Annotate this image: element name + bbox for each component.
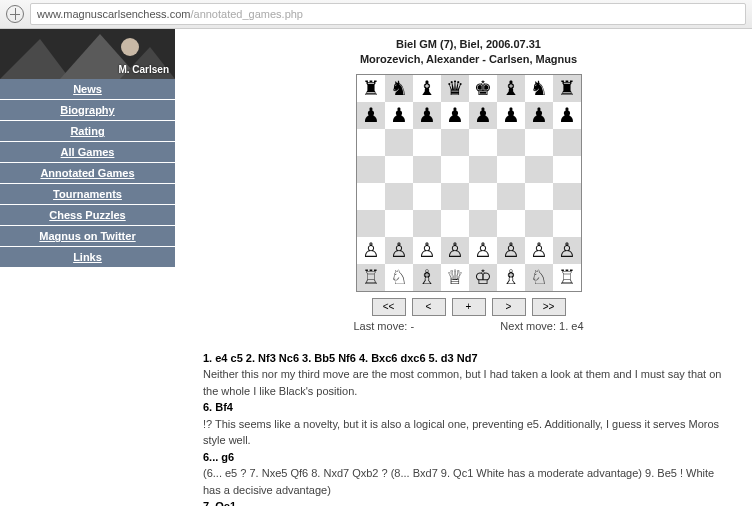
square-c5[interactable] [413, 156, 441, 183]
square-g4[interactable] [525, 183, 553, 210]
game-players: Morozevich, Alexander - Carlsen, Magnus [203, 52, 734, 67]
square-b1[interactable]: ♘ [385, 264, 413, 292]
square-e4[interactable] [469, 183, 497, 210]
square-d7[interactable]: ♟ [441, 102, 469, 129]
square-c3[interactable] [413, 210, 441, 237]
square-g5[interactable] [525, 156, 553, 183]
square-d6[interactable] [441, 129, 469, 156]
square-a5[interactable] [356, 156, 385, 183]
square-a4[interactable] [356, 183, 385, 210]
square-h3[interactable] [553, 210, 582, 237]
square-b4[interactable] [385, 183, 413, 210]
move-seq-1[interactable]: 1. e4 c5 2. Nf3 Nc6 3. Bb5 Nf6 4. Bxc6 d… [203, 352, 478, 364]
nav-item-links[interactable]: Links [0, 247, 175, 268]
square-e3[interactable] [469, 210, 497, 237]
square-c4[interactable] [413, 183, 441, 210]
square-f1[interactable]: ♗ [497, 264, 525, 292]
square-g7[interactable]: ♟ [525, 102, 553, 129]
square-f5[interactable] [497, 156, 525, 183]
square-h8[interactable]: ♜ [553, 74, 582, 102]
square-f3[interactable] [497, 210, 525, 237]
url-field[interactable]: www.magnuscarlsenchess.com/annotated_gam… [30, 3, 746, 25]
square-e2[interactable]: ♙ [469, 237, 497, 264]
square-h4[interactable] [553, 183, 582, 210]
move-seq-2[interactable]: 6. Bf4 [203, 401, 233, 413]
square-g1[interactable]: ♘ [525, 264, 553, 292]
square-c2[interactable]: ♙ [413, 237, 441, 264]
square-b5[interactable] [385, 156, 413, 183]
prev-move-button[interactable]: < [412, 298, 446, 316]
square-a6[interactable] [356, 129, 385, 156]
flip-board-button[interactable]: + [452, 298, 486, 316]
nav-item-tournaments[interactable]: Tournaments [0, 184, 175, 205]
square-b3[interactable] [385, 210, 413, 237]
chess-board: ♜♞♝♛♚♝♞♜♟♟♟♟♟♟♟♟♙♙♙♙♙♙♙♙♖♘♗♕♔♗♘♖ [356, 74, 582, 292]
piece: ♝ [418, 77, 436, 99]
square-b2[interactable]: ♙ [385, 237, 413, 264]
square-d3[interactable] [441, 210, 469, 237]
square-c7[interactable]: ♟ [413, 102, 441, 129]
square-e7[interactable]: ♟ [469, 102, 497, 129]
square-d2[interactable]: ♙ [441, 237, 469, 264]
square-g8[interactable]: ♞ [525, 74, 553, 102]
square-g6[interactable] [525, 129, 553, 156]
piece: ♙ [558, 239, 576, 261]
piece: ♙ [362, 239, 380, 261]
next-move-button[interactable]: > [492, 298, 526, 316]
square-h6[interactable] [553, 129, 582, 156]
square-a1[interactable]: ♖ [356, 264, 385, 292]
square-f6[interactable] [497, 129, 525, 156]
move-seq-3[interactable]: 6... g6 [203, 451, 234, 463]
last-move-button[interactable]: >> [532, 298, 566, 316]
square-e6[interactable] [469, 129, 497, 156]
piece: ♘ [530, 266, 548, 288]
square-d4[interactable] [441, 183, 469, 210]
square-e1[interactable]: ♔ [469, 264, 497, 292]
square-c8[interactable]: ♝ [413, 74, 441, 102]
nav-item-biography[interactable]: Biography [0, 100, 175, 121]
square-d5[interactable] [441, 156, 469, 183]
piece: ♙ [474, 239, 492, 261]
square-d8[interactable]: ♛ [441, 74, 469, 102]
square-b8[interactable]: ♞ [385, 74, 413, 102]
piece: ♟ [530, 104, 548, 126]
nav-item-annotated-games[interactable]: Annotated Games [0, 163, 175, 184]
game-header: Biel GM (7), Biel, 2006.07.31 Morozevich… [203, 37, 734, 68]
square-h5[interactable] [553, 156, 582, 183]
square-h7[interactable]: ♟ [553, 102, 582, 129]
square-d1[interactable]: ♕ [441, 264, 469, 292]
nav-item-news[interactable]: News [0, 79, 175, 100]
sidebar: M. Carlsen NewsBiographyRatingAll GamesA… [0, 29, 175, 268]
square-e8[interactable]: ♚ [469, 74, 497, 102]
nav-item-magnus-on-twitter[interactable]: Magnus on Twitter [0, 226, 175, 247]
square-a7[interactable]: ♟ [356, 102, 385, 129]
move-seq-4[interactable]: 7. Qc1 [203, 500, 236, 506]
square-h2[interactable]: ♙ [553, 237, 582, 264]
square-b7[interactable]: ♟ [385, 102, 413, 129]
piece: ♙ [530, 239, 548, 261]
square-c1[interactable]: ♗ [413, 264, 441, 292]
square-e5[interactable] [469, 156, 497, 183]
first-move-button[interactable]: << [372, 298, 406, 316]
comment-3: (6... e5 ? 7. Nxe5 Qf6 8. Nxd7 Qxb2 ? (8… [203, 465, 734, 498]
square-a3[interactable] [356, 210, 385, 237]
square-a8[interactable]: ♜ [356, 74, 385, 102]
board-controls: << < + > >> [372, 298, 566, 316]
nav-item-chess-puzzles[interactable]: Chess Puzzles [0, 205, 175, 226]
square-f8[interactable]: ♝ [497, 74, 525, 102]
nav-item-rating[interactable]: Rating [0, 121, 175, 142]
square-g3[interactable] [525, 210, 553, 237]
piece: ♙ [390, 239, 408, 261]
piece: ♗ [418, 266, 436, 288]
square-f4[interactable] [497, 183, 525, 210]
game-event: Biel GM (7), Biel, 2006.07.31 [203, 37, 734, 52]
square-c6[interactable] [413, 129, 441, 156]
square-f7[interactable]: ♟ [497, 102, 525, 129]
square-f2[interactable]: ♙ [497, 237, 525, 264]
square-g2[interactable]: ♙ [525, 237, 553, 264]
square-a2[interactable]: ♙ [356, 237, 385, 264]
nav-item-all-games[interactable]: All Games [0, 142, 175, 163]
globe-icon [6, 5, 24, 23]
square-b6[interactable] [385, 129, 413, 156]
square-h1[interactable]: ♖ [553, 264, 582, 292]
